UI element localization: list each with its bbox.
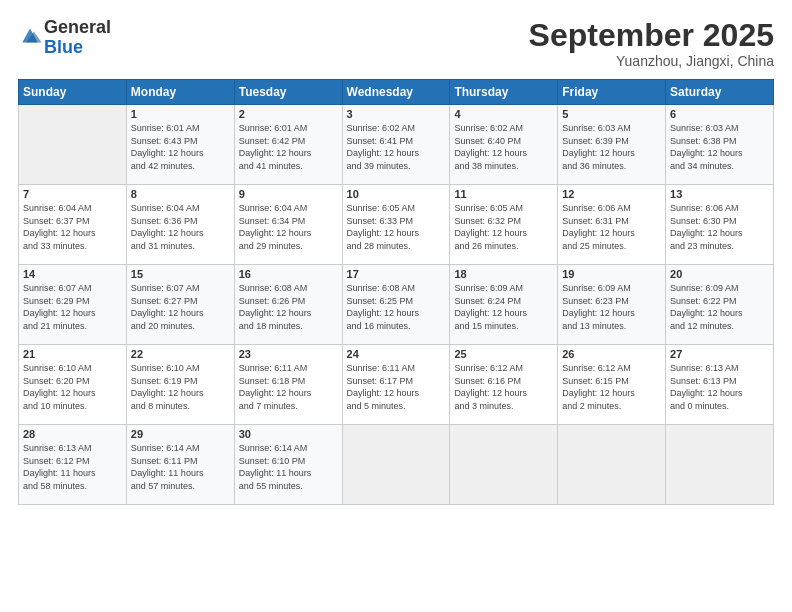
day-info: Sunrise: 6:12 AM Sunset: 6:16 PM Dayligh… [454,362,553,412]
calendar-cell [450,425,558,505]
day-info: Sunrise: 6:02 AM Sunset: 6:41 PM Dayligh… [347,122,446,172]
day-info: Sunrise: 6:05 AM Sunset: 6:32 PM Dayligh… [454,202,553,252]
day-info: Sunrise: 6:11 AM Sunset: 6:17 PM Dayligh… [347,362,446,412]
day-info: Sunrise: 6:03 AM Sunset: 6:39 PM Dayligh… [562,122,661,172]
calendar-cell: 5Sunrise: 6:03 AM Sunset: 6:39 PM Daylig… [558,105,666,185]
logo: General Blue [18,18,111,58]
calendar-cell: 2Sunrise: 6:01 AM Sunset: 6:42 PM Daylig… [234,105,342,185]
day-number: 12 [562,188,661,200]
day-info: Sunrise: 6:01 AM Sunset: 6:43 PM Dayligh… [131,122,230,172]
day-info: Sunrise: 6:14 AM Sunset: 6:11 PM Dayligh… [131,442,230,492]
day-info: Sunrise: 6:14 AM Sunset: 6:10 PM Dayligh… [239,442,338,492]
day-info: Sunrise: 6:13 AM Sunset: 6:12 PM Dayligh… [23,442,122,492]
day-number: 30 [239,428,338,440]
day-number: 3 [347,108,446,120]
day-info: Sunrise: 6:06 AM Sunset: 6:30 PM Dayligh… [670,202,769,252]
day-number: 2 [239,108,338,120]
calendar-cell: 6Sunrise: 6:03 AM Sunset: 6:38 PM Daylig… [666,105,774,185]
calendar-cell [342,425,450,505]
day-info: Sunrise: 6:12 AM Sunset: 6:15 PM Dayligh… [562,362,661,412]
day-number: 29 [131,428,230,440]
calendar-cell: 1Sunrise: 6:01 AM Sunset: 6:43 PM Daylig… [126,105,234,185]
logo-text: General Blue [44,18,111,58]
day-number: 26 [562,348,661,360]
calendar-cell: 23Sunrise: 6:11 AM Sunset: 6:18 PM Dayli… [234,345,342,425]
day-info: Sunrise: 6:05 AM Sunset: 6:33 PM Dayligh… [347,202,446,252]
subtitle: Yuanzhou, Jiangxi, China [529,53,774,69]
calendar-cell: 20Sunrise: 6:09 AM Sunset: 6:22 PM Dayli… [666,265,774,345]
col-thursday: Thursday [450,80,558,105]
day-number: 22 [131,348,230,360]
day-number: 1 [131,108,230,120]
calendar-cell: 9Sunrise: 6:04 AM Sunset: 6:34 PM Daylig… [234,185,342,265]
day-number: 25 [454,348,553,360]
day-number: 19 [562,268,661,280]
day-info: Sunrise: 6:02 AM Sunset: 6:40 PM Dayligh… [454,122,553,172]
col-saturday: Saturday [666,80,774,105]
day-number: 5 [562,108,661,120]
calendar-cell: 21Sunrise: 6:10 AM Sunset: 6:20 PM Dayli… [19,345,127,425]
calendar-cell [19,105,127,185]
calendar-cell: 18Sunrise: 6:09 AM Sunset: 6:24 PM Dayli… [450,265,558,345]
day-number: 6 [670,108,769,120]
day-number: 14 [23,268,122,280]
week-row-2: 14Sunrise: 6:07 AM Sunset: 6:29 PM Dayli… [19,265,774,345]
calendar-cell: 13Sunrise: 6:06 AM Sunset: 6:30 PM Dayli… [666,185,774,265]
day-info: Sunrise: 6:04 AM Sunset: 6:37 PM Dayligh… [23,202,122,252]
day-number: 7 [23,188,122,200]
logo-general: General [44,17,111,37]
calendar-cell: 24Sunrise: 6:11 AM Sunset: 6:17 PM Dayli… [342,345,450,425]
month-title: September 2025 [529,18,774,53]
day-number: 18 [454,268,553,280]
title-block: September 2025 Yuanzhou, Jiangxi, China [529,18,774,69]
calendar-cell: 19Sunrise: 6:09 AM Sunset: 6:23 PM Dayli… [558,265,666,345]
day-number: 24 [347,348,446,360]
day-info: Sunrise: 6:01 AM Sunset: 6:42 PM Dayligh… [239,122,338,172]
day-number: 20 [670,268,769,280]
day-info: Sunrise: 6:07 AM Sunset: 6:29 PM Dayligh… [23,282,122,332]
week-row-4: 28Sunrise: 6:13 AM Sunset: 6:12 PM Dayli… [19,425,774,505]
day-info: Sunrise: 6:09 AM Sunset: 6:22 PM Dayligh… [670,282,769,332]
calendar-cell: 28Sunrise: 6:13 AM Sunset: 6:12 PM Dayli… [19,425,127,505]
day-number: 8 [131,188,230,200]
page: General Blue September 2025 Yuanzhou, Ji… [0,0,792,612]
day-number: 17 [347,268,446,280]
calendar-cell [558,425,666,505]
calendar-cell: 29Sunrise: 6:14 AM Sunset: 6:11 PM Dayli… [126,425,234,505]
day-info: Sunrise: 6:06 AM Sunset: 6:31 PM Dayligh… [562,202,661,252]
day-info: Sunrise: 6:11 AM Sunset: 6:18 PM Dayligh… [239,362,338,412]
col-monday: Monday [126,80,234,105]
day-number: 9 [239,188,338,200]
day-info: Sunrise: 6:08 AM Sunset: 6:25 PM Dayligh… [347,282,446,332]
week-row-3: 21Sunrise: 6:10 AM Sunset: 6:20 PM Dayli… [19,345,774,425]
day-number: 23 [239,348,338,360]
day-info: Sunrise: 6:04 AM Sunset: 6:36 PM Dayligh… [131,202,230,252]
day-info: Sunrise: 6:03 AM Sunset: 6:38 PM Dayligh… [670,122,769,172]
col-wednesday: Wednesday [342,80,450,105]
day-number: 21 [23,348,122,360]
day-number: 16 [239,268,338,280]
calendar-cell: 4Sunrise: 6:02 AM Sunset: 6:40 PM Daylig… [450,105,558,185]
day-number: 27 [670,348,769,360]
day-info: Sunrise: 6:10 AM Sunset: 6:20 PM Dayligh… [23,362,122,412]
calendar-cell: 3Sunrise: 6:02 AM Sunset: 6:41 PM Daylig… [342,105,450,185]
day-info: Sunrise: 6:13 AM Sunset: 6:13 PM Dayligh… [670,362,769,412]
calendar-cell: 25Sunrise: 6:12 AM Sunset: 6:16 PM Dayli… [450,345,558,425]
calendar-cell: 10Sunrise: 6:05 AM Sunset: 6:33 PM Dayli… [342,185,450,265]
day-number: 28 [23,428,122,440]
day-number: 10 [347,188,446,200]
day-info: Sunrise: 6:10 AM Sunset: 6:19 PM Dayligh… [131,362,230,412]
calendar-cell: 14Sunrise: 6:07 AM Sunset: 6:29 PM Dayli… [19,265,127,345]
calendar-cell: 16Sunrise: 6:08 AM Sunset: 6:26 PM Dayli… [234,265,342,345]
week-row-0: 1Sunrise: 6:01 AM Sunset: 6:43 PM Daylig… [19,105,774,185]
calendar-cell [666,425,774,505]
calendar-cell: 11Sunrise: 6:05 AM Sunset: 6:32 PM Dayli… [450,185,558,265]
calendar-table: Sunday Monday Tuesday Wednesday Thursday… [18,79,774,505]
day-number: 11 [454,188,553,200]
day-info: Sunrise: 6:07 AM Sunset: 6:27 PM Dayligh… [131,282,230,332]
day-number: 13 [670,188,769,200]
logo-blue: Blue [44,37,83,57]
day-info: Sunrise: 6:08 AM Sunset: 6:26 PM Dayligh… [239,282,338,332]
day-info: Sunrise: 6:09 AM Sunset: 6:24 PM Dayligh… [454,282,553,332]
day-number: 4 [454,108,553,120]
